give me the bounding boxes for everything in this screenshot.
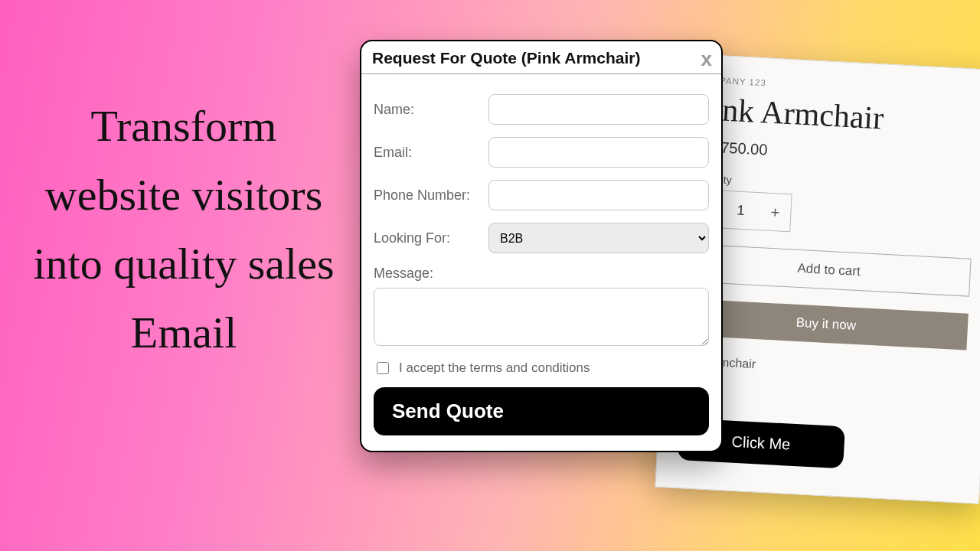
phone-label: Phone Number: [374,187,488,204]
quantity-increase-button[interactable]: + [759,193,791,231]
close-icon[interactable]: x [701,47,712,71]
quantity-value: 1 [721,201,760,220]
modal-header: Request For Quote (Pink Armchair) x [361,41,721,74]
message-textarea[interactable] [374,288,709,346]
send-quote-button[interactable]: Send Quote [374,387,709,435]
product-title: Pink Armchair [694,90,979,142]
buy-now-button[interactable]: Buy it now [684,298,969,350]
terms-row[interactable]: I accept the terms and conditions [374,360,709,377]
request-quote-modal: Request For Quote (Pink Armchair) x Name… [360,40,723,452]
message-label: Message: [374,266,709,282]
modal-body: Name: Email: Phone Number: Looking For: … [361,74,721,451]
promo-canvas: Transform website visitors into quality … [0,0,980,551]
name-label: Name: [374,102,488,118]
product-price: Rs. 750.00 [693,138,977,170]
terms-label: I accept the terms and conditions [399,360,590,376]
looking-for-label: Looking For: [374,230,488,246]
share-label: e [681,384,964,412]
email-input[interactable] [488,137,709,168]
modal-title: Request For Quote (Pink Armchair) [372,49,640,67]
name-input[interactable] [488,94,709,125]
looking-for-select[interactable]: B2B [488,223,709,253]
email-label: Email: [374,145,488,161]
promo-headline: Transform website visitors into quality … [23,92,345,367]
terms-checkbox[interactable] [377,362,389,374]
product-description: pink armchair [682,354,965,382]
phone-input[interactable] [488,180,709,210]
add-to-cart-button[interactable]: Add to cart [687,243,972,296]
